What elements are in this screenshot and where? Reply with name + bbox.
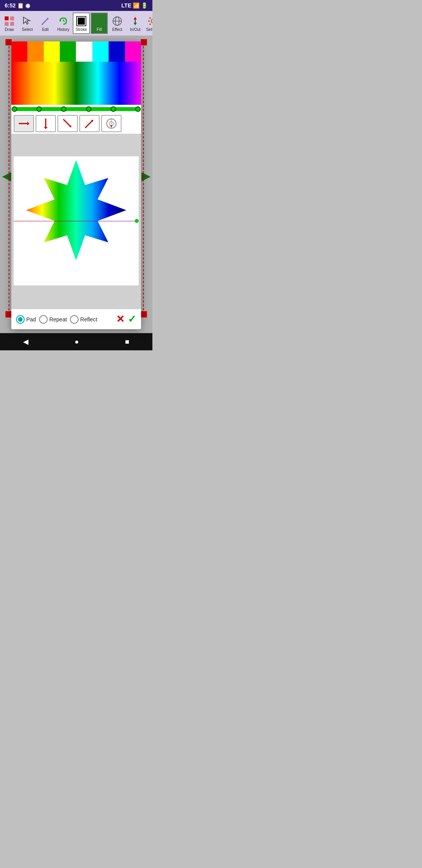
preview-pad-top [11, 137, 141, 156]
svg-marker-7 [59, 20, 61, 22]
cancel-button[interactable]: ✕ [116, 313, 125, 325]
signal-icon: ◉ [25, 2, 30, 9]
svg-point-20 [151, 19, 152, 23]
dir-btn-diagonal-down[interactable] [57, 115, 78, 132]
svg-marker-43 [26, 160, 127, 260]
swatch-green[interactable] [60, 41, 76, 62]
svg-line-4 [42, 19, 48, 25]
svg-marker-34 [44, 127, 48, 129]
inout-label: In/Out [130, 27, 140, 32]
svg-marker-42 [110, 126, 113, 127]
settings-icon [147, 15, 152, 27]
inout-icon [129, 15, 141, 27]
preview-pad-bottom [11, 285, 141, 309]
content-area: ◀ ▶ [0, 36, 152, 333]
dir-btn-down[interactable] [36, 115, 56, 132]
nav-recent-button[interactable]: ■ [117, 336, 137, 348]
status-right: LTE 📶 🔋 [122, 2, 148, 9]
toolbar-stroke[interactable]: Stroke [73, 13, 90, 34]
fill-icon [93, 15, 106, 27]
toolbar-settings[interactable]: Settings [145, 14, 152, 32]
svg-marker-32 [27, 122, 29, 126]
draw-label: Draw [5, 27, 14, 32]
slider-dot-3[interactable] [86, 106, 91, 112]
svg-point-28 [149, 23, 151, 25]
swatch-white[interactable] [76, 41, 93, 62]
slider-dot-5[interactable] [135, 106, 141, 112]
svg-marker-17 [134, 17, 137, 20]
swatch-cyan[interactable] [93, 41, 109, 62]
gradient-line-end-dot [135, 219, 139, 223]
toolbar: Draw Select Edit [0, 11, 152, 36]
select-icon [21, 15, 34, 27]
radio-repeat[interactable]: Repeat [39, 315, 67, 324]
toolbar-inout[interactable]: In/Out [127, 14, 144, 32]
confirm-button[interactable]: ✓ [128, 313, 136, 325]
swatch-red[interactable] [11, 41, 27, 62]
dir-btn-diagonal-up[interactable] [79, 115, 100, 132]
swatch-orange[interactable] [27, 41, 43, 62]
battery-icon: 🔋 [141, 2, 148, 9]
history-icon [57, 15, 70, 27]
toolbar-fill[interactable]: Fill [91, 13, 108, 34]
radio-pad-label: Pad [26, 316, 36, 323]
preview-inner [14, 156, 139, 285]
slider-dot-1[interactable] [36, 106, 42, 112]
edit-icon [39, 15, 52, 27]
radio-pad-circle[interactable] [16, 315, 25, 324]
swatch-blue[interactable] [109, 41, 125, 62]
svg-rect-11 [78, 18, 85, 25]
time: 6:52 [5, 2, 16, 9]
svg-rect-12 [95, 16, 104, 26]
toolbar-draw[interactable]: Draw [1, 14, 18, 32]
status-left: 6:52 📋 ◉ [5, 2, 30, 9]
effect-icon: e [111, 15, 123, 27]
bottom-controls: Pad Repeat Reflect ✕ ✓ [11, 309, 141, 329]
slider-dot-4[interactable] [111, 106, 116, 112]
toolbar-edit[interactable]: Edit [37, 14, 54, 32]
stroke-label: Stroke [76, 27, 87, 32]
gradient-dialog: Pad Repeat Reflect ✕ ✓ [11, 41, 141, 329]
radio-reflect[interactable]: Reflect [70, 315, 97, 324]
effect-label: Effect [112, 27, 122, 32]
radio-reflect-label: Reflect [80, 316, 97, 323]
toolbar-history[interactable]: History [55, 14, 72, 32]
direction-buttons [11, 113, 141, 134]
settings-label: Settings [146, 27, 152, 32]
svg-line-35 [63, 119, 71, 127]
radio-repeat-label: Repeat [49, 316, 67, 323]
nav-home-button[interactable]: ● [67, 336, 87, 348]
page-wrapper: 6:52 📋 ◉ LTE 📶 🔋 Draw [0, 0, 152, 350]
select-label: Select [22, 27, 33, 32]
history-label: History [57, 27, 69, 32]
gradient-preview-bar[interactable] [11, 62, 141, 105]
svg-line-37 [85, 120, 93, 128]
dir-btn-radial[interactable] [101, 115, 122, 132]
svg-rect-0 [5, 16, 9, 20]
svg-rect-1 [10, 16, 14, 20]
toolbar-select[interactable]: Select [19, 14, 36, 32]
fill-label: Fill [97, 27, 102, 32]
gradient-slider-track[interactable] [14, 107, 138, 111]
stroke-icon [75, 15, 88, 27]
status-bar: 6:52 📋 ◉ LTE 📶 🔋 [0, 0, 152, 11]
dir-btn-right[interactable] [14, 115, 34, 132]
slider-dot-2[interactable] [61, 106, 66, 112]
toolbar-effect[interactable]: e Effect [109, 14, 126, 32]
svg-marker-19 [134, 23, 137, 25]
swatch-magenta[interactable] [125, 41, 141, 62]
nav-bar: ◀ ● ■ [0, 333, 152, 350]
swatch-yellow[interactable] [44, 41, 60, 62]
slider-dot-0[interactable] [12, 106, 17, 112]
nav-back-button[interactable]: ◀ [15, 336, 36, 348]
radio-repeat-circle[interactable] [39, 315, 48, 324]
signal-bars: 📶 [133, 2, 139, 9]
radio-reflect-circle[interactable] [70, 315, 79, 324]
svg-point-25 [149, 17, 151, 19]
radio-pad[interactable]: Pad [16, 315, 36, 324]
svg-rect-2 [5, 22, 9, 26]
edit-label: Edit [42, 27, 48, 32]
svg-text:e: e [115, 18, 116, 21]
sim-icon: 📋 [17, 2, 24, 9]
lte-label: LTE [122, 2, 131, 9]
